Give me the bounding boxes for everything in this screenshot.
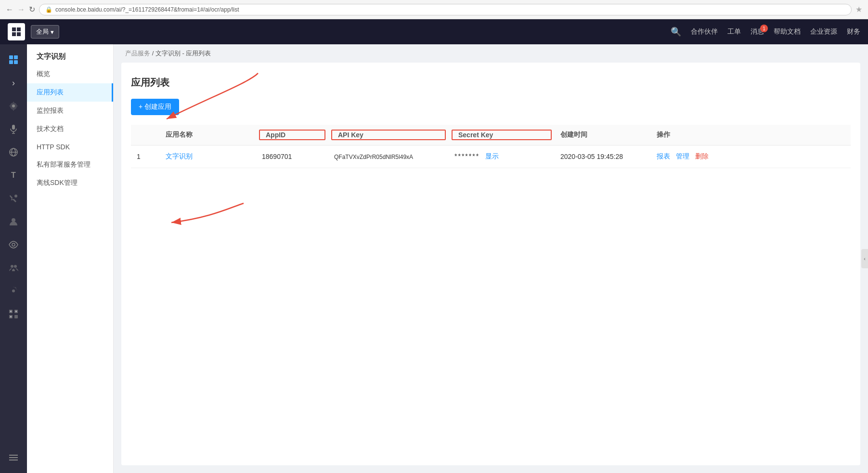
page-title: 应用列表: [131, 76, 851, 89]
sidebar-icon-globe[interactable]: [3, 142, 24, 163]
svg-point-17: [14, 265, 17, 268]
app-name-link[interactable]: 文字识别: [166, 152, 193, 160]
breadcrumb: 产品服务 / 文字识别 - 应用列表: [114, 44, 868, 63]
col-created: 创建时间: [555, 131, 651, 139]
content-area: 产品服务 / 文字识别 - 应用列表 应用列表 + 创建应用 应用名称: [114, 44, 868, 473]
col-appname: 应用名称: [160, 131, 256, 139]
helpdoc-link[interactable]: 帮助文档: [774, 27, 801, 36]
sidebar-item-offlinesdkmgr[interactable]: 离线SDK管理: [27, 174, 113, 192]
table-header: 应用名称 AppID API Key Secret Key 创建时间: [131, 125, 851, 145]
sidebar-icon-face[interactable]: [3, 211, 24, 232]
sidebar-item-overview[interactable]: 概览: [27, 65, 113, 83]
sidebar-item-applist[interactable]: 应用列表: [27, 83, 113, 102]
col-actions: 操作: [651, 131, 723, 139]
svg-rect-1: [17, 27, 21, 31]
sidebar-icon-group[interactable]: [3, 257, 24, 278]
sidebar-item-monitor[interactable]: 监控报表: [27, 102, 113, 120]
svg-rect-27: [9, 457, 18, 458]
svg-point-16: [11, 265, 13, 268]
create-app-button[interactable]: + 创建应用: [131, 99, 179, 115]
manage-link[interactable]: 管理: [676, 152, 689, 160]
cell-appname: 文字识别: [160, 152, 256, 161]
sidebar-icon-tools[interactable]: [3, 188, 24, 209]
svg-rect-5: [14, 55, 18, 59]
svg-rect-24: [15, 311, 17, 312]
svg-rect-25: [10, 316, 12, 317]
svg-point-14: [12, 218, 15, 222]
cell-index: 1: [131, 153, 160, 160]
col-apikey: API Key: [331, 130, 446, 140]
cell-created: 2020-03-05 19:45:28: [555, 153, 651, 160]
table-row: 1 文字识别 18690701 QFaTVXvZdPrR05dNlR5l49xA: [131, 145, 851, 168]
chevron-down-icon: ▾: [51, 28, 54, 36]
cell-appid: 18690701: [256, 153, 328, 160]
forward-button[interactable]: →: [17, 5, 25, 14]
report-link[interactable]: 报表: [657, 152, 670, 160]
icon-sidebar: › T: [0, 44, 27, 473]
logo: [8, 23, 25, 40]
content-body: 应用列表 + 创建应用 应用名称 AppID API Key: [121, 63, 860, 465]
message-badge: 1: [760, 25, 768, 32]
svg-rect-0: [12, 27, 16, 31]
sidebar-item-httpsdk[interactable]: HTTP SDK: [27, 138, 113, 156]
sidebar-icon-eye[interactable]: [3, 234, 24, 255]
col-index: [131, 131, 160, 139]
svg-point-18: [12, 289, 15, 292]
sidebar-icon-settings[interactable]: [3, 95, 24, 117]
sidebar-icon-dashboard[interactable]: [3, 49, 24, 70]
sidebar-item-techdoc[interactable]: 技术文档: [27, 120, 113, 138]
collapse-content-button[interactable]: ‹: [861, 249, 868, 268]
sidebar-icon-expand[interactable]: ›: [3, 72, 24, 93]
svg-rect-6: [9, 60, 13, 64]
show-secretkey-link[interactable]: 显示: [485, 152, 499, 160]
svg-rect-2: [12, 32, 16, 36]
breadcrumb-current: 文字识别 - 应用列表: [155, 50, 211, 57]
svg-point-15: [12, 243, 15, 246]
partner-link[interactable]: 合作伙伴: [691, 27, 718, 36]
svg-rect-22: [14, 315, 18, 318]
svg-rect-3: [17, 32, 21, 36]
svg-rect-23: [10, 311, 12, 312]
sidebar-icon-gear2[interactable]: [3, 280, 24, 302]
delete-link[interactable]: 删除: [695, 152, 709, 160]
svg-rect-28: [9, 460, 18, 460]
finance-link[interactable]: 财务: [847, 27, 860, 36]
global-selector[interactable]: 全局 ▾: [31, 25, 59, 39]
col-secretkey: Secret Key: [452, 130, 552, 140]
sidebar-icon-text[interactable]: T: [3, 165, 24, 186]
sidebar-icon-menu[interactable]: [3, 447, 24, 468]
cell-secretkey: ******* 显示: [449, 152, 555, 161]
sidebar-icon-mic[interactable]: [3, 118, 24, 140]
message-link[interactable]: 消息 1: [751, 27, 764, 36]
url-bar[interactable]: console.bce.baidu.com/ai/?_=161172926844…: [55, 6, 239, 13]
svg-rect-4: [9, 55, 13, 59]
enterprise-link[interactable]: 企业资源: [810, 27, 837, 36]
sidebar-icon-qr[interactable]: [3, 303, 24, 325]
svg-rect-7: [14, 60, 18, 64]
workorder-link[interactable]: 工单: [727, 27, 741, 36]
svg-rect-9: [12, 125, 15, 130]
back-button[interactable]: ←: [6, 5, 13, 14]
refresh-button[interactable]: ↻: [29, 5, 35, 14]
cell-actions: 报表 管理 删除: [651, 152, 723, 161]
col-appid: AppID: [259, 130, 325, 140]
text-sidebar: 文字识别 概览 应用列表 监控报表 技术文档 HTTP SDK 私有部署服务管理…: [27, 44, 114, 473]
sidebar-section-title: 文字识别: [27, 44, 113, 65]
svg-rect-26: [9, 455, 18, 456]
search-button[interactable]: 🔍: [671, 26, 681, 37]
svg-point-13: [14, 195, 17, 197]
app-table: 应用名称 AppID API Key Secret Key 创建时间: [131, 125, 851, 168]
sidebar-item-private[interactable]: 私有部署服务管理: [27, 156, 113, 174]
global-label: 全局: [36, 27, 49, 36]
cell-apikey: QFaTVXvZdPrR05dNlR5l49xA: [328, 153, 449, 160]
